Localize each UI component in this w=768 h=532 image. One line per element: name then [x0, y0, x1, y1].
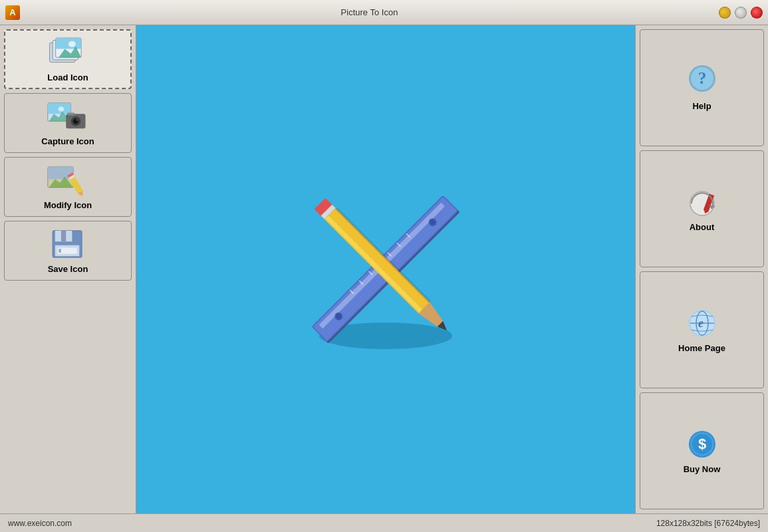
save-icon-graphic	[47, 228, 89, 260]
capture-icon-graphic	[47, 100, 89, 132]
main-window: Load Icon Capt	[0, 25, 768, 513]
about-label: About	[690, 222, 715, 232]
svg-rect-11	[67, 112, 74, 115]
left-sidebar: Load Icon Capt	[0, 25, 136, 513]
window-controls	[719, 7, 763, 19]
title-bar-left: A	[5, 5, 20, 20]
load-icon-graphic	[47, 37, 89, 68]
minimize-button[interactable]	[719, 7, 731, 19]
svg-rect-3	[56, 38, 81, 49]
help-icon-graphic: ?	[681, 65, 723, 97]
load-icon-button[interactable]: Load Icon	[4, 29, 132, 89]
svg-text:$: $	[698, 436, 705, 452]
canvas-area	[136, 25, 635, 513]
svg-text:?: ?	[698, 68, 706, 88]
status-info: 128x128x32bits [67624bytes]	[656, 519, 760, 528]
maximize-button[interactable]	[735, 7, 747, 19]
about-button[interactable]: About	[640, 150, 764, 267]
close-button[interactable]	[751, 7, 763, 19]
svg-rect-28	[59, 249, 61, 252]
svg-point-4	[68, 41, 76, 47]
app-logo: A	[5, 5, 20, 20]
home-page-button[interactable]: e Home Page	[640, 271, 764, 388]
window-title: Picture To Icon	[341, 7, 398, 17]
load-icon-label: Load Icon	[47, 72, 88, 82]
homepage-label: Home Page	[678, 343, 725, 353]
help-label: Help	[692, 101, 711, 111]
buynow-label: Buy Now	[684, 464, 721, 474]
status-website: www.exeicon.com	[8, 519, 72, 528]
homepage-icon-graphic: e	[681, 307, 723, 339]
modify-icon-graphic	[47, 164, 89, 196]
capture-icon-label: Capture Icon	[41, 136, 94, 146]
modify-icon-label: Modify Icon	[44, 200, 92, 210]
svg-rect-25	[61, 230, 66, 241]
svg-point-15	[76, 119, 78, 120]
buy-now-button[interactable]: $ Buy Now	[640, 392, 764, 509]
modify-icon-button[interactable]: Modify Icon	[4, 157, 132, 217]
status-bar: www.exeicon.com 128x128x32bits [67624byt…	[0, 513, 768, 532]
center-illustration	[279, 163, 492, 376]
save-icon-label: Save Icon	[48, 264, 88, 274]
svg-rect-49	[324, 208, 430, 313]
svg-text:e: e	[698, 317, 704, 330]
about-icon-graphic	[681, 186, 723, 218]
buynow-icon-graphic: $	[681, 428, 723, 460]
right-sidebar: ? Help About	[635, 25, 768, 513]
capture-icon-button[interactable]: Capture Icon	[4, 93, 132, 153]
help-button[interactable]: ? Help	[640, 29, 764, 146]
save-icon-button[interactable]: Save Icon	[4, 221, 132, 281]
svg-point-8	[58, 106, 64, 111]
title-bar: A Picture To Icon	[0, 0, 768, 25]
